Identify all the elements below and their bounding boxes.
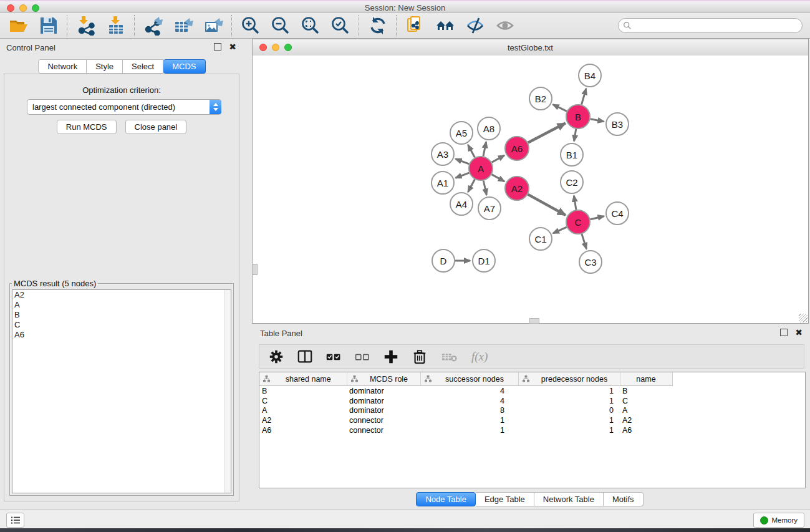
tab-network[interactable]: Network — [38, 59, 87, 74]
close-panel-icon[interactable]: ✖ — [229, 43, 236, 51]
edge-B-B2[interactable] — [553, 105, 567, 112]
cell-successor-nodes[interactable]: 8 — [420, 406, 518, 416]
open-session-icon[interactable] — [9, 16, 29, 36]
edge-A-A3[interactable] — [456, 159, 470, 164]
tab-motifs[interactable]: Motifs — [604, 492, 644, 506]
home-layout-icon[interactable] — [435, 16, 455, 36]
show-graphics-details-icon[interactable] — [495, 16, 515, 36]
edge-C-C2[interactable] — [574, 196, 576, 210]
tab-select[interactable]: Select — [123, 59, 163, 74]
hide-graphics-details-icon[interactable] — [465, 16, 485, 36]
result-list-scrollbar[interactable] — [224, 290, 231, 493]
cell-predecessor-nodes[interactable]: 1 — [518, 386, 620, 396]
column-header-name[interactable]: name — [620, 372, 672, 386]
edge-A-A2[interactable] — [492, 175, 504, 181]
tab-style[interactable]: Style — [87, 59, 123, 74]
delete-table-icon[interactable] — [440, 349, 459, 365]
edge-A-A7[interactable] — [483, 181, 486, 195]
column-header-mcds-role[interactable]: MCDS role — [347, 372, 420, 386]
resize-grip-icon[interactable] — [799, 314, 808, 322]
save-session-icon[interactable] — [39, 16, 59, 36]
cell-successor-nodes[interactable]: 1 — [420, 425, 518, 435]
result-item-a[interactable]: A — [12, 300, 231, 310]
result-item-b[interactable]: B — [12, 310, 231, 320]
split-view-icon[interactable] — [297, 349, 313, 365]
float-panel-icon[interactable] — [214, 43, 221, 52]
export-table-icon[interactable] — [173, 16, 193, 36]
cell-mcds-role[interactable]: connector — [347, 415, 420, 425]
table-float-panel-icon[interactable] — [780, 329, 788, 337]
tab-network-table[interactable]: Network Table — [534, 492, 604, 506]
cell-predecessor-nodes[interactable]: 0 — [518, 406, 620, 416]
network-canvas[interactable]: B4B2BB3A5A8A6A3B1AA1A2C2A4A7CC4C1C3DD1 — [253, 56, 808, 323]
deselect-all-checkboxes-icon[interactable] — [354, 349, 370, 365]
cell-predecessor-nodes[interactable]: 1 — [518, 425, 620, 435]
cell-mcds-role[interactable]: dominator — [347, 396, 420, 406]
table-close-panel-icon[interactable]: ✖ — [795, 329, 803, 336]
left-scrollbar-handle[interactable] — [252, 264, 258, 275]
tab-mcds[interactable]: MCDS — [163, 59, 205, 74]
tab-node-table[interactable]: Node Table — [416, 492, 476, 506]
edge-C-C3[interactable] — [582, 234, 586, 249]
cell-name[interactable]: B — [620, 386, 672, 396]
search-input[interactable] — [634, 21, 802, 31]
edge-B-B4[interactable] — [582, 89, 586, 105]
open-session-file-icon[interactable] — [405, 16, 425, 36]
mcds-result-list[interactable]: A2ABCA6 — [12, 289, 231, 493]
node-table-container[interactable]: shared nameMCDS rolesuccessor nodesprede… — [259, 372, 806, 488]
edge-A6-B[interactable] — [528, 123, 566, 143]
refresh-icon[interactable] — [368, 16, 388, 36]
zoom-out-icon[interactable] — [271, 16, 291, 36]
cell-shared-name[interactable]: A — [259, 406, 347, 416]
function-builder-icon[interactable]: f(x) — [471, 350, 488, 364]
table-row-a[interactable]: Adominator80A — [259, 406, 672, 416]
column-header-shared-name[interactable]: shared name — [259, 372, 347, 386]
cell-shared-name[interactable]: B — [259, 386, 347, 396]
cell-successor-nodes[interactable]: 4 — [420, 386, 518, 396]
zoom-fit-icon[interactable] — [301, 16, 321, 36]
edge-A-A6[interactable] — [492, 155, 504, 162]
edge-A-A8[interactable] — [483, 142, 486, 157]
run-mcds-button[interactable]: Run MCDS — [57, 120, 117, 134]
delete-columns-icon[interactable] — [412, 349, 428, 365]
column-header-successor-nodes[interactable]: successor nodes — [420, 372, 518, 386]
edge-A-A1[interactable] — [456, 173, 470, 178]
cell-mcds-role[interactable]: dominator — [347, 406, 420, 416]
column-header-predecessor-nodes[interactable]: predecessor nodes — [518, 372, 620, 386]
network-window-titlebar[interactable]: testGlobe.txt — [253, 39, 808, 56]
edge-C-C1[interactable] — [553, 227, 567, 233]
import-network-icon[interactable] — [76, 16, 96, 36]
add-column-icon[interactable] — [383, 349, 399, 365]
task-history-button[interactable] — [6, 513, 24, 528]
bottom-scrollbar-handle[interactable] — [529, 318, 539, 324]
export-network-icon[interactable] — [143, 16, 163, 36]
table-row-a2[interactable]: A2connector11A2 — [259, 415, 672, 425]
cell-predecessor-nodes[interactable]: 1 — [518, 415, 620, 425]
edge-B-B3[interactable] — [591, 119, 604, 122]
cell-shared-name[interactable]: A2 — [259, 415, 347, 425]
cell-name[interactable]: A6 — [620, 425, 672, 435]
result-item-a6[interactable]: A6 — [12, 330, 231, 340]
edge-A2-C[interactable] — [528, 195, 566, 215]
cell-shared-name[interactable]: A6 — [259, 425, 347, 435]
table-row-b[interactable]: Bdominator41B — [259, 386, 672, 396]
result-item-c[interactable]: C — [12, 320, 231, 330]
edge-C-C4[interactable] — [591, 216, 604, 220]
edge-A-A5[interactable] — [468, 145, 475, 157]
search-box[interactable] — [618, 18, 803, 33]
memory-button[interactable]: Memory — [753, 513, 804, 528]
cell-predecessor-nodes[interactable]: 1 — [518, 396, 620, 406]
import-table-icon[interactable] — [106, 16, 126, 36]
cell-name[interactable]: C — [620, 396, 672, 406]
close-panel-button[interactable]: Close panel — [125, 120, 187, 134]
edge-B-B1[interactable] — [574, 129, 576, 142]
export-image-icon[interactable] — [203, 16, 223, 36]
result-item-a2[interactable]: A2 — [12, 290, 231, 300]
tab-edge-table[interactable]: Edge Table — [476, 492, 534, 506]
zoom-selected-icon[interactable] — [330, 16, 350, 36]
cell-successor-nodes[interactable]: 4 — [420, 396, 518, 406]
cell-mcds-role[interactable]: connector — [347, 425, 420, 435]
cell-name[interactable]: A — [620, 406, 672, 416]
table-row-c[interactable]: Cdominator41C — [259, 396, 672, 406]
zoom-in-icon[interactable] — [241, 16, 261, 36]
